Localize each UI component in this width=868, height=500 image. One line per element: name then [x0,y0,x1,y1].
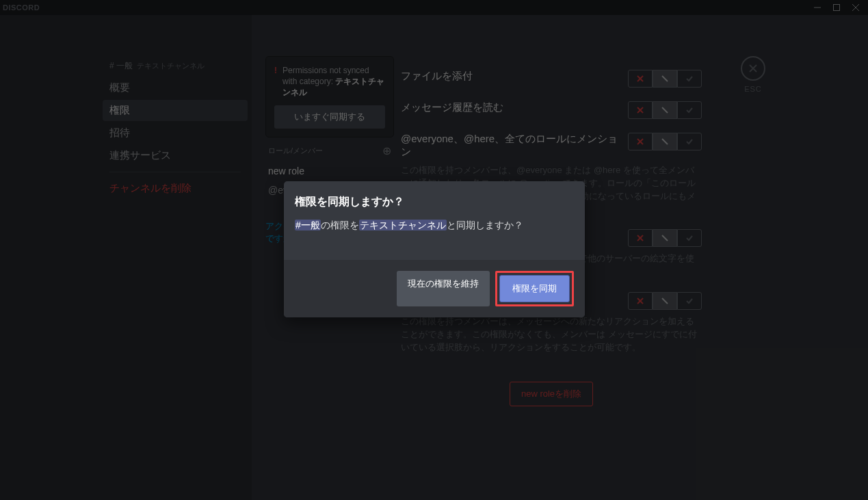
modal-title: 権限を同期しますか？ [295,195,574,209]
sync-permissions-button[interactable]: 権限を同期 [499,275,570,302]
sync-button-highlight: 権限を同期 [495,271,574,306]
modal-footer: 現在の権限を維持 権限を同期 [284,260,585,317]
modal-channel-highlight: #一般 [295,220,321,231]
sync-permissions-modal: 権限を同期しますか？ #一般の権限をテキストチャンネルと同期しますか？ 現在の権… [284,181,585,317]
modal-text: #一般の権限をテキストチャンネルと同期しますか？ [295,219,574,233]
modal-category-highlight: テキストチャンネル [359,220,447,231]
keep-permissions-button[interactable]: 現在の権限を維持 [397,271,490,306]
